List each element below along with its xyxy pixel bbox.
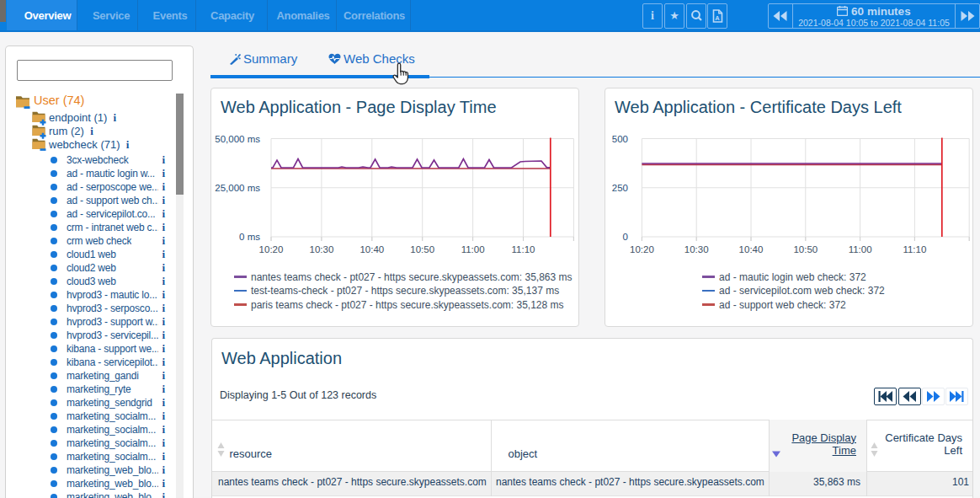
svg-text:11:00: 11:00 <box>461 244 485 254</box>
svg-text:250: 250 <box>612 183 628 193</box>
svg-text:500: 500 <box>612 134 628 144</box>
svg-text:50,000 ms: 50,000 ms <box>215 134 260 144</box>
svg-text:10:40: 10:40 <box>360 244 384 254</box>
svg-text:10:30: 10:30 <box>684 244 709 254</box>
svg-text:10:40: 10:40 <box>739 244 764 254</box>
svg-text:A: A <box>715 14 720 22</box>
svg-text:0: 0 <box>623 232 628 242</box>
svg-text:10:50: 10:50 <box>793 244 818 254</box>
svg-text:10:20: 10:20 <box>630 244 654 254</box>
svg-text:11:00: 11:00 <box>849 244 872 254</box>
svg-text:11:10: 11:10 <box>903 244 926 254</box>
svg-text:0 ms: 0 ms <box>239 232 260 242</box>
svg-text:11:10: 11:10 <box>512 244 535 254</box>
svg-text:10:20: 10:20 <box>259 244 284 254</box>
svg-text:25,000 ms: 25,000 ms <box>215 183 260 193</box>
svg-text:10:50: 10:50 <box>410 244 434 254</box>
svg-text:10:30: 10:30 <box>310 244 334 254</box>
